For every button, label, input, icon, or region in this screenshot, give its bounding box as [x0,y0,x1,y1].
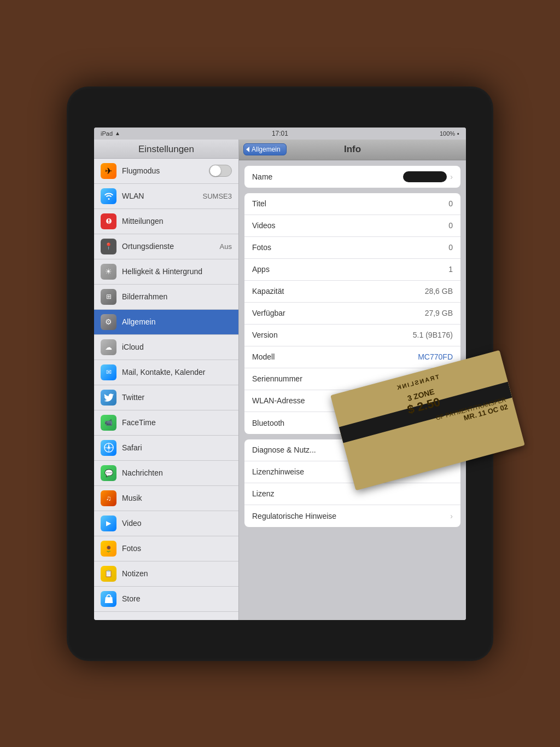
video-icon: ▶ [101,516,116,531]
wifi-icon: ▲ [115,130,120,136]
sidebar: Einstellungen ✈ Flugmodus [94,140,239,620]
safari-label: Safari [122,443,232,452]
sidebar-item-video[interactable]: ▶ Video [94,511,238,536]
info-row-modell: Modell MC770FD [244,346,460,368]
wlan-icon [101,188,116,204]
bilderrahmen-label: Bilderrahmen [122,292,232,301]
battery-icon: ▪ [457,130,459,137]
info-row-fotos: Fotos 0 [244,237,460,259]
regulatorisch-label: Regulatorische Hinweise [252,512,447,520]
store-label: Store [122,594,232,603]
store-icon [101,591,116,607]
modell-value: MC770FD [418,352,453,361]
musik-icon: ♫ [101,490,116,506]
safari-icon [101,440,116,456]
notizen-icon: 📋 [101,566,116,582]
toggle-knob [210,165,221,176]
fotos-icon: 🌻 [101,541,116,557]
sidebar-item-store[interactable]: Store [94,587,238,612]
nachrichten-icon: 💬 [101,465,116,481]
sidebar-item-nachrichten[interactable]: 💬 Nachrichten [94,461,238,486]
verfugbar-label: Verfügbar [252,309,425,317]
facetime-icon: 📹 [101,415,116,431]
info-row-name[interactable]: Name › [244,166,460,188]
icloud-label: iCloud [122,343,232,351]
modell-label: Modell [252,352,418,361]
kapazitat-label: Kapazität [252,287,425,296]
mitteilungen-icon [101,213,116,229]
fotos-label: Fotos [122,544,232,553]
ortung-value: Aus [220,242,232,251]
battery-label: 100% [440,130,455,137]
icloud-icon: ☁ [101,339,116,355]
status-bar: iPad ▲ 17:01 100% ▪ [94,128,466,140]
svg-rect-1 [108,219,109,222]
sidebar-item-fotos[interactable]: 🌻 Fotos [94,536,238,561]
mail-label: Mail, Kontakte, Kalender [122,368,232,377]
info-section-name: Name › [244,166,460,188]
info-row-lizenz[interactable]: Lizenz [244,483,460,505]
fotos-info-label: Fotos [252,243,448,252]
sidebar-item-mail[interactable]: ✉ Mail, Kontakte, Kalender [94,360,238,385]
sidebar-item-bilderrahmen[interactable]: ⊞ Bilderrahmen [94,285,238,310]
helligkeit-icon: ☀ [101,264,116,280]
status-right: 100% ▪ [440,130,459,137]
sidebar-item-twitter[interactable]: Twitter [94,385,238,410]
svg-rect-2 [108,222,109,223]
allgemein-icon: ⚙ [101,314,116,330]
notizen-label: Notizen [122,569,232,578]
sidebar-item-notizen[interactable]: 📋 Notizen [94,561,238,587]
wlan-label: WLAN [122,192,203,200]
twitter-icon [101,390,116,406]
status-time: 17:01 [272,130,288,137]
sidebar-item-musik[interactable]: ♫ Musik [94,486,238,511]
flugmodus-toggle[interactable] [209,165,232,177]
info-row-verfugbar: Verfügbar 27,9 GB [244,303,460,325]
info-content: Name › Titel 0 Videos 0 [239,160,466,538]
sidebar-item-mitteilungen[interactable]: Mitteilungen [94,209,238,234]
name-scribble [403,171,447,182]
sidebar-item-flugmodus[interactable]: ✈ Flugmodus [94,159,238,184]
info-row-regulatorisch[interactable]: Regulatorische Hinweise › [244,505,460,527]
lizenz-label: Lizenz [252,489,453,498]
sidebar-title: Einstellungen [94,140,238,159]
info-row-videos: Videos 0 [244,215,460,237]
flugmodus-icon: ✈ [101,163,116,179]
info-row-titel: Titel 0 [244,193,460,215]
video-label: Video [122,519,232,528]
nachrichten-label: Nachrichten [122,468,232,477]
version-label: Version [252,331,413,339]
regulatorisch-chevron: › [450,512,453,520]
apps-value: 1 [448,265,453,274]
sidebar-item-icloud[interactable]: ☁ iCloud [94,335,238,360]
sidebar-item-helligkeit[interactable]: ☀ Helligkeit & Hintergrund [94,259,238,285]
verfugbar-value: 27,9 GB [425,309,453,317]
sidebar-item-ortung[interactable]: 📍 Ortungsdienste Aus [94,234,238,259]
twitter-label: Twitter [122,393,232,402]
nav-back-label: Allgemein [252,146,281,153]
nav-back-button[interactable]: Allgemein [243,143,287,155]
sidebar-item-wlan[interactable]: WLAN SUMSE3 [94,184,238,209]
sidebar-item-safari[interactable]: Safari [94,436,238,461]
titel-value: 0 [448,199,453,208]
titel-label: Titel [252,199,448,208]
mail-icon: ✉ [101,364,116,380]
helligkeit-label: Helligkeit & Hintergrund [122,267,232,276]
apps-label: Apps [252,265,448,274]
nav-bar: Allgemein Info [239,140,466,160]
info-row-kapazitat: Kapazität 28,6 GB [244,281,460,303]
kapazitat-value: 28,6 GB [425,287,453,296]
fotos-info-value: 0 [448,243,453,252]
bilderrahmen-icon: ⊞ [101,289,116,305]
flugmodus-label: Flugmodus [122,166,209,175]
wlan-value: SUMSE3 [203,192,232,200]
info-row-apps: Apps 1 [244,259,460,281]
facetime-label: FaceTime [122,418,232,427]
nav-title: Info [344,144,361,155]
sidebar-item-allgemein[interactable]: ⚙ Allgemein [94,310,238,335]
musik-label: Musik [122,494,232,502]
device-label: iPad [101,130,113,137]
status-left: iPad ▲ [101,130,120,137]
sidebar-item-facetime[interactable]: 📹 FaceTime [94,410,238,436]
ortung-icon: 📍 [101,239,116,254]
